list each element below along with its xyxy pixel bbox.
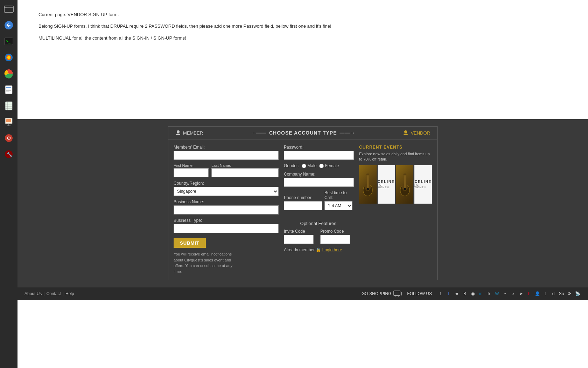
stumble-icon[interactable]: Su (558, 290, 565, 297)
gender-male-option[interactable]: Male (302, 163, 316, 168)
chromium-icon[interactable] (1, 66, 16, 81)
already-member-text: Already member (284, 247, 315, 252)
about-link[interactable]: About Us (24, 291, 42, 296)
spreadsheet-icon[interactable] (1, 98, 16, 114)
promo-code-input[interactable] (320, 235, 350, 244)
form-body: Members' Email: First Name: Last Name: (168, 139, 437, 280)
submit-button[interactable]: SUBMIT (174, 238, 206, 248)
software-center-icon[interactable]: 🔧 (1, 146, 16, 162)
phone-input[interactable] (284, 201, 322, 210)
last-name-group: Last Name: (211, 163, 279, 177)
presentation-icon[interactable] (1, 114, 16, 130)
linkedin-icon[interactable]: in (477, 290, 484, 297)
business-type-label: Business Type: (174, 218, 279, 223)
form-card: MEMBER ←—— CHOOSE ACCOUNT TYPE ——→ VENDO… (168, 126, 438, 280)
facebook-icon[interactable]: f (445, 290, 452, 297)
event-image-celine-2[interactable]: CELINE FOR WOMEN (414, 165, 432, 204)
notification-text: You will receive email notifications abo… (174, 251, 237, 274)
member-label: MEMBER (183, 130, 203, 136)
arrow-icon[interactable]: ➤ (518, 290, 525, 297)
invite-code-label: Invite Code (284, 229, 317, 234)
email-input[interactable] (174, 151, 279, 160)
svg-rect-25 (6, 119, 11, 122)
contact-link[interactable]: Contact (46, 291, 61, 296)
terminal-icon[interactable]: >_ (1, 34, 16, 49)
invite-code-input[interactable] (284, 235, 314, 244)
twitter-icon[interactable]: 𝕥 (437, 290, 444, 297)
pinterest-icon[interactable]: P (526, 290, 533, 297)
svg-rect-34 (367, 174, 369, 189)
rss2-icon[interactable]: 📡 (574, 290, 581, 297)
choose-label: CHOOSE ACCOUNT TYPE (269, 130, 337, 136)
gender-group: Gender: Male Female (284, 163, 354, 168)
svg-rect-39 (404, 174, 406, 189)
svg-point-30 (177, 130, 180, 133)
vendor-tab[interactable]: VENDOR (403, 130, 430, 136)
social-icons: 𝕥 f ★ B ◉ in fr W • ♪ ➤ P 👤 t d Su ⟳ 📡 (437, 290, 581, 297)
first-name-input[interactable] (174, 168, 209, 177)
music-icon[interactable]: ♪ (510, 290, 517, 297)
best-time-select[interactable]: 1-4 AM 4-8 AM 8-12 PM 12-4 PM 4-8 PM 8-1… (324, 201, 352, 210)
gender-row: Gender: Male Female (284, 163, 354, 168)
celine-sub-2: FOR WOMEN (414, 184, 432, 189)
help-link[interactable]: Help (65, 291, 74, 296)
svg-rect-40 (403, 173, 406, 175)
follow-us: FOLLOW US (407, 291, 432, 296)
star-icon[interactable]: ★ (453, 290, 460, 297)
best-time-group: Best time to Call: 1-4 AM 4-8 AM 8-12 PM… (324, 190, 354, 210)
lock-icon: 🔒 (316, 247, 321, 252)
gender-male-radio[interactable] (302, 164, 306, 168)
dark-section: MEMBER ←—— CHOOSE ACCOUNT TYPE ——→ VENDO… (18, 119, 588, 287)
name-group: First Name: Last Name: (174, 163, 279, 177)
password-input[interactable] (284, 151, 354, 160)
rss-icon[interactable]: ◉ (469, 290, 476, 297)
vendor-label: VENDOR (411, 130, 430, 136)
company-input[interactable] (284, 178, 354, 187)
footer-right: GO SHOPPING FOLLOW US 𝕥 f ★ B ◉ in fr W … (362, 290, 581, 297)
share-icon[interactable]: ⟳ (566, 290, 573, 297)
event-image-guitar-1[interactable] (359, 165, 377, 204)
member-tab[interactable]: MEMBER (175, 130, 203, 136)
gender-female-option[interactable]: Female (319, 163, 339, 168)
blogger-icon[interactable]: B (461, 290, 468, 297)
gender-female-radio[interactable] (319, 164, 324, 168)
wordpress-icon[interactable]: W (493, 290, 500, 297)
business-name-input[interactable] (174, 205, 279, 214)
digg-icon[interactable]: d (550, 290, 557, 297)
go-shopping: GO SHOPPING (362, 291, 402, 297)
svg-point-41 (404, 188, 406, 191)
notice-1: Current page: VENDOR SIGN-UP form. (38, 11, 574, 19)
current-events-description: Explore new sales daily and find items u… (359, 151, 432, 162)
tools-icon[interactable]: ⚙ (1, 130, 16, 146)
account-type-header: MEMBER ←—— CHOOSE ACCOUNT TYPE ——→ VENDO… (168, 127, 437, 139)
notice-2: Belong SIGN-UP forms, I think that DRUPA… (38, 22, 574, 30)
business-type-input[interactable] (174, 224, 279, 233)
country-select[interactable]: Singapore United States United Kingdom A… (174, 187, 279, 196)
event-image-celine-1[interactable]: CELINE FOR WOMEN (378, 165, 395, 204)
already-member-row: Already member 🔒 Login here (284, 247, 354, 252)
svg-rect-2 (5, 7, 6, 7)
event-image-guitar-2[interactable] (396, 165, 414, 204)
events-images: CELINE FOR WOMEN CELINE (359, 165, 432, 204)
gender-female-label: Female (325, 163, 339, 168)
flag-fr-icon[interactable]: fr (485, 290, 492, 297)
back-icon[interactable] (1, 18, 16, 33)
business-type-group: Business Type: (174, 218, 279, 233)
profile-icon[interactable]: 👤 (534, 290, 541, 297)
company-label: Company Name: (284, 172, 354, 177)
phone-best-row: Phone number: Best time to Call: 1-4 AM … (284, 190, 354, 210)
firefox-icon[interactable] (1, 50, 16, 65)
login-link[interactable]: Login here (322, 247, 342, 252)
member-icon (175, 130, 181, 136)
tumblr-icon[interactable]: t (542, 290, 549, 297)
business-name-label: Business Name: (174, 199, 279, 204)
vendor-icon (403, 130, 408, 136)
first-name-label: First Name: (174, 163, 209, 168)
dot-icon[interactable]: • (502, 290, 509, 297)
invite-promo-row: Invite Code Promo Code (284, 229, 354, 244)
last-name-input[interactable] (211, 168, 279, 177)
window-icon[interactable] (1, 1, 16, 17)
guitar-svg-1 (359, 169, 377, 200)
text-editor-icon[interactable] (1, 82, 16, 97)
svg-rect-42 (394, 291, 400, 295)
